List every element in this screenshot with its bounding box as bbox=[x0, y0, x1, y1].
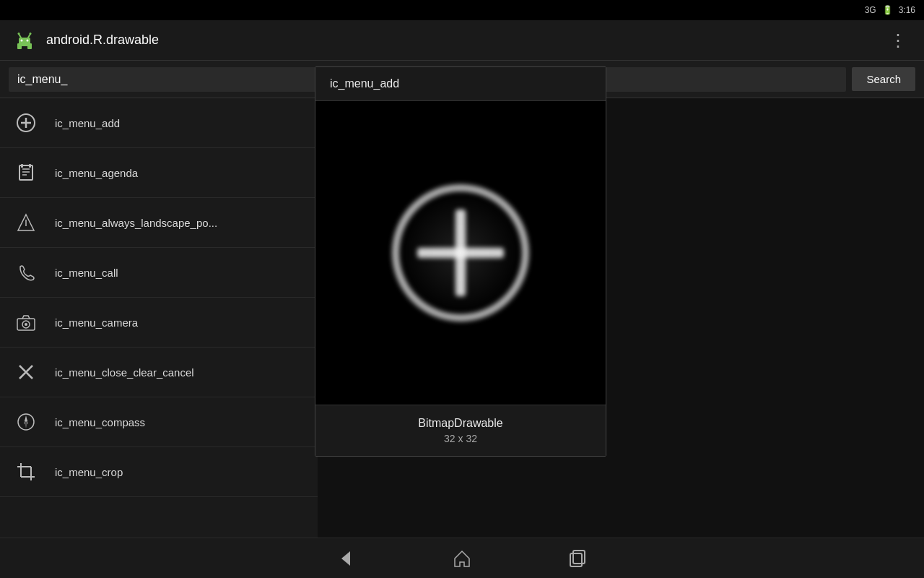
recents-button[interactable] bbox=[563, 544, 592, 573]
list-item[interactable]: ic_menu_crop bbox=[0, 447, 318, 497]
svg-marker-36 bbox=[341, 551, 350, 566]
svg-rect-16 bbox=[21, 164, 23, 168]
back-button[interactable] bbox=[332, 544, 361, 573]
list-item[interactable]: ic_menu_agenda bbox=[0, 148, 318, 198]
list-item[interactable]: ic_menu_always_landscape_po... bbox=[0, 198, 318, 248]
svg-rect-37 bbox=[570, 553, 582, 566]
list-item[interactable]: ic_menu_compass bbox=[0, 397, 318, 447]
bottom-nav bbox=[0, 538, 924, 578]
svg-point-22 bbox=[25, 323, 27, 326]
item-icon-camera bbox=[12, 308, 40, 337]
clock: 3:16 bbox=[899, 5, 915, 15]
drawable-list: ic_menu_add ic_menu_agenda ic_menu_alway… bbox=[0, 98, 318, 538]
battery-indicator: 🔋 bbox=[882, 5, 893, 15]
list-item[interactable]: ic_menu_add bbox=[0, 98, 318, 148]
detail-size: 32 x 32 bbox=[330, 433, 591, 444]
overflow-menu-button[interactable]: ⋮ bbox=[884, 25, 912, 56]
home-button[interactable] bbox=[448, 544, 476, 573]
list-item[interactable]: ic_menu_call bbox=[0, 248, 318, 298]
svg-point-1 bbox=[21, 39, 23, 41]
item-label: ic_menu_add bbox=[55, 117, 120, 129]
svg-rect-35 bbox=[417, 248, 504, 258]
item-icon-compass bbox=[12, 407, 40, 436]
svg-point-6 bbox=[30, 33, 32, 35]
svg-rect-17 bbox=[29, 164, 31, 168]
list-item[interactable]: ic_menu_close_clear_cancel bbox=[0, 348, 318, 397]
item-icon-crop bbox=[12, 457, 40, 486]
item-label: ic_menu_camera bbox=[55, 316, 138, 329]
detail-type: BitmapDrawable bbox=[330, 417, 591, 430]
item-label: ic_menu_agenda bbox=[55, 167, 138, 179]
item-label: ic_menu_call bbox=[55, 267, 118, 279]
item-icon-add bbox=[12, 108, 40, 137]
item-label: ic_menu_crop bbox=[55, 466, 123, 478]
title-bar: android.R.drawable ⋮ bbox=[0, 20, 924, 61]
svg-rect-8 bbox=[27, 43, 32, 49]
item-label: ic_menu_compass bbox=[55, 416, 145, 428]
svg-rect-7 bbox=[17, 43, 22, 49]
detail-footer: BitmapDrawable 32 x 32 bbox=[315, 405, 606, 456]
status-bar: 3G 🔋 3:16 bbox=[0, 0, 924, 20]
signal-indicator: 3G bbox=[865, 5, 876, 15]
item-icon-landscape bbox=[12, 208, 40, 237]
item-label: ic_menu_close_clear_cancel bbox=[55, 366, 194, 379]
app-icon bbox=[12, 27, 38, 53]
list-item[interactable]: ic_menu_camera bbox=[0, 298, 318, 348]
item-icon-call bbox=[12, 258, 40, 287]
svg-rect-12 bbox=[19, 165, 32, 180]
item-icon-agenda bbox=[12, 158, 40, 187]
app-title: android.R.drawable bbox=[46, 33, 884, 48]
svg-rect-38 bbox=[573, 551, 585, 564]
svg-point-5 bbox=[18, 33, 20, 35]
search-button[interactable]: Search bbox=[852, 67, 915, 91]
item-icon-close bbox=[12, 358, 40, 387]
detail-panel: ic_menu_add BitmapDrawable 32 x 32 bbox=[315, 66, 606, 457]
detail-image-area bbox=[315, 101, 606, 405]
detail-title: ic_menu_add bbox=[315, 67, 606, 101]
svg-point-2 bbox=[27, 39, 29, 41]
item-label: ic_menu_always_landscape_po... bbox=[55, 217, 217, 229]
